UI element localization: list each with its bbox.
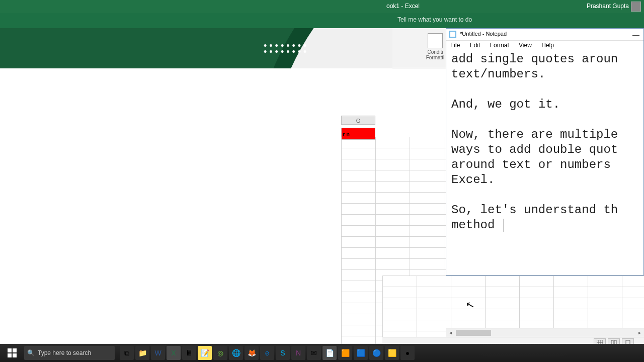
notepad-app-icon: [449, 31, 456, 38]
camtasia-icon[interactable]: ◎: [213, 346, 227, 360]
search-icon: 🔍: [27, 349, 35, 356]
tell-me-search[interactable]: Tell me what you want to do: [397, 16, 472, 23]
excel-ribbon-tabs: Tell me what you want to do: [0, 13, 644, 28]
menu-help[interactable]: Help: [541, 42, 554, 49]
excel-title-bar: ook1 - Excel Prashant Gupta: [0, 0, 644, 13]
excel-icon[interactable]: X: [167, 346, 181, 360]
decor-dots-bottom: • • • • • • • • • • • • • • • •: [0, 248, 39, 260]
onenote-icon[interactable]: N: [291, 346, 305, 360]
app-icon-5[interactable]: ●: [400, 346, 415, 360]
notepad-window[interactable]: *Untitled - Notepad — File Edit Format V…: [446, 28, 644, 276]
file-explorer-icon[interactable]: 📁: [135, 346, 149, 360]
windows-taskbar: 🔍 Type here to search ⧉ 📁 W X 🖩 📝 ◎ 🌐 🦊 …: [0, 344, 644, 362]
minimize-icon[interactable]: —: [632, 31, 639, 39]
search-placeholder: Type here to search: [38, 349, 91, 356]
notepad-text-area[interactable]: add single quotes aroun text/numbers. An…: [446, 51, 643, 234]
calculator-icon[interactable]: 🖩: [182, 346, 196, 360]
app-icon-3[interactable]: 🔵: [369, 346, 383, 360]
start-button[interactable]: [2, 345, 22, 360]
sticky-notes-icon[interactable]: 📝: [198, 346, 212, 360]
excel-document-title: ook1 - Excel: [386, 3, 420, 10]
scroll-right-icon[interactable]: ▸: [635, 328, 644, 337]
chrome-icon[interactable]: 🌐: [229, 346, 243, 360]
notepad-menu-bar: File Edit Format View Help: [446, 41, 643, 51]
menu-edit[interactable]: Edit: [470, 42, 480, 49]
thumbnail-title: HOW TO ADD QUOTES AROUND TEXT IN EXCEL: [70, 90, 352, 262]
svg-rect-9: [8, 353, 12, 357]
edge-icon[interactable]: e: [260, 346, 274, 360]
decor-ring-small: [287, 319, 296, 328]
menu-format[interactable]: Format: [490, 42, 509, 49]
app-icon-4[interactable]: 🟨: [385, 346, 399, 360]
excel-user-name: Prashant Gupta: [587, 3, 629, 10]
app-icon-1[interactable]: 🟧: [338, 346, 352, 360]
word-icon[interactable]: W: [151, 346, 165, 360]
taskbar-apps: ⧉ 📁 W X 🖩 📝 ◎ 🌐 🦊 e S N ✉ 📄 🟧 🟦 🔵 🟨 ●: [120, 346, 415, 360]
skype-icon[interactable]: S: [276, 346, 290, 360]
decor-ring-large: [321, 259, 336, 275]
horizontal-scrollbar[interactable]: ◂ ▸: [446, 328, 644, 337]
task-view-icon[interactable]: ⧉: [120, 346, 134, 360]
app-icon-2[interactable]: 🟦: [354, 346, 368, 360]
taskbar-search[interactable]: 🔍 Type here to search: [24, 346, 115, 360]
scroll-left-icon[interactable]: ◂: [446, 328, 455, 337]
svg-rect-10: [13, 353, 17, 357]
notepad-title-text: *Untitled - Notepad: [460, 31, 507, 37]
text-caret: [504, 219, 504, 232]
user-avatar-icon[interactable]: [631, 2, 641, 12]
mail-icon[interactable]: ✉: [307, 346, 321, 360]
svg-rect-7: [8, 348, 12, 352]
menu-view[interactable]: View: [519, 42, 532, 49]
conditional-formatting-icon[interactable]: [428, 33, 443, 48]
menu-file[interactable]: File: [450, 42, 460, 49]
notepad-title-bar[interactable]: *Untitled - Notepad —: [446, 29, 643, 41]
scroll-thumb[interactable]: [456, 330, 491, 336]
firefox-icon[interactable]: 🦊: [245, 346, 259, 360]
svg-rect-8: [13, 348, 17, 352]
decor-dots-top: • • • • • • • • • • • • • • • •: [264, 43, 306, 55]
notepad-taskbar-icon[interactable]: 📄: [323, 346, 337, 360]
